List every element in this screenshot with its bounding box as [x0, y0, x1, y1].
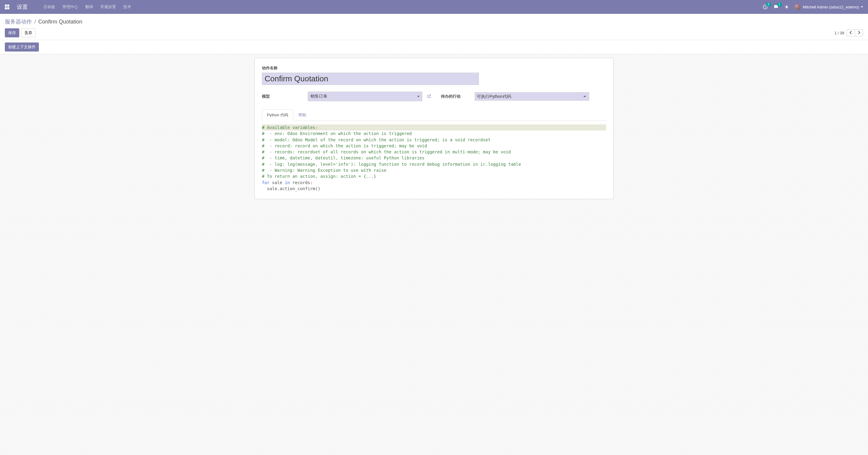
- action-todo-select[interactable]: 可执行Python代码: [475, 92, 589, 101]
- messages-badge: 2: [777, 2, 782, 7]
- pager-value[interactable]: 1 / 39: [834, 31, 844, 35]
- create-context-action-button[interactable]: 创建上下文操作: [5, 42, 39, 52]
- control-panel: 服务器动作 / Confirm Quotation 保存 丢弃 1 / 39: [0, 14, 868, 40]
- chevron-right-icon: [858, 31, 861, 34]
- user-menu[interactable]: Mitchell Admin (odoo12_edemo): [795, 4, 863, 10]
- menu-dashboard[interactable]: 仪表板: [40, 4, 59, 10]
- breadcrumb: 服务器动作 / Confirm Quotation: [5, 16, 863, 28]
- tab-python-code[interactable]: Python 代码: [262, 109, 293, 121]
- breadcrumb-separator: /: [34, 19, 36, 25]
- debug-icon[interactable]: [784, 4, 789, 9]
- chevron-left-icon: [849, 31, 852, 34]
- form-area: 动作名称 模型 销售订单 待办的行动 可执行Python代码 P: [0, 54, 868, 455]
- user-name: Mitchell Admin (odoo12_edemo): [803, 5, 859, 9]
- breadcrumb-current: Confirm Quotation: [38, 19, 82, 25]
- menu-technical[interactable]: 技术: [120, 4, 135, 10]
- activities-badge: 9: [766, 2, 771, 7]
- pager-next-button[interactable]: [855, 29, 863, 36]
- breadcrumb-parent[interactable]: 服务器动作: [5, 18, 32, 25]
- form-sheet: 动作名称 模型 销售订单 待办的行动 可执行Python代码 P: [254, 58, 614, 199]
- chevron-down-icon: [417, 96, 420, 97]
- discard-button[interactable]: 丢弃: [21, 28, 36, 37]
- menu-general-settings[interactable]: 常规设置: [97, 4, 120, 10]
- apps-icon[interactable]: [5, 4, 10, 9]
- python-code-editor[interactable]: # Available variables:# - env: Odoo Envi…: [262, 125, 606, 192]
- tabs: Python 代码 帮助: [262, 109, 606, 121]
- pager-prev-button[interactable]: [846, 29, 855, 36]
- external-link-icon: [427, 94, 431, 98]
- top-navbar: 设置 仪表板 管理中心 翻译 常规设置 技术 9 2 Mitchell Admi…: [0, 0, 868, 14]
- menu-admin[interactable]: 管理中心: [59, 4, 82, 10]
- save-button[interactable]: 保存: [5, 28, 19, 37]
- messages-icon[interactable]: 2: [773, 4, 779, 10]
- model-external-link[interactable]: [427, 94, 431, 99]
- activities-icon[interactable]: 9: [763, 4, 768, 10]
- avatar: [795, 4, 801, 10]
- action-bar: 创建上下文操作: [0, 40, 868, 54]
- bug-icon: [784, 4, 789, 9]
- svg-point-1: [785, 6, 787, 8]
- menu-translations[interactable]: 翻译: [82, 4, 97, 10]
- pager: 1 / 39: [834, 29, 863, 36]
- app-brand[interactable]: 设置: [17, 3, 28, 10]
- action-name-input[interactable]: [262, 73, 479, 85]
- chevron-down-icon: [861, 6, 863, 7]
- model-select[interactable]: 销售订单: [308, 92, 422, 101]
- model-value: 销售订单: [310, 94, 327, 99]
- tab-help[interactable]: 帮助: [293, 109, 311, 121]
- model-label: 模型: [262, 94, 304, 99]
- action-todo-label: 待办的行动: [441, 94, 471, 99]
- action-name-label: 动作名称: [262, 65, 606, 71]
